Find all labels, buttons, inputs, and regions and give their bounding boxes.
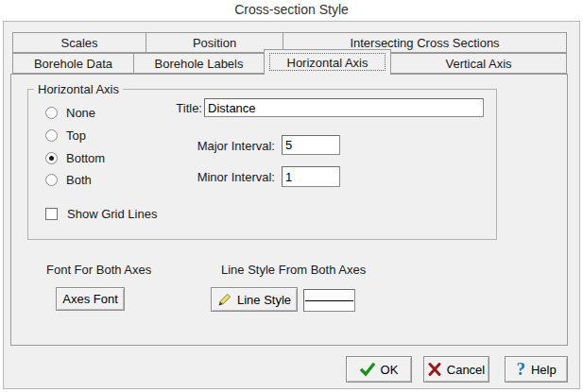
window-title: Cross-section Style <box>0 2 583 17</box>
help-button-label: Help <box>531 363 557 377</box>
axes-font-button-label: Axes Font <box>62 292 118 306</box>
groupbox-title: Horizontal Axis <box>34 82 123 96</box>
cancel-button[interactable]: Cancel <box>423 356 489 383</box>
dialog-cross-section-style: Scales Position Intersecting Cross Secti… <box>3 21 580 389</box>
ok-button[interactable]: OK <box>346 356 412 383</box>
show-grid-lines-checkbox[interactable]: Show Grid Lines <box>45 207 157 221</box>
cancel-button-label: Cancel <box>447 363 485 377</box>
major-interval-input[interactable] <box>282 135 340 155</box>
minor-interval-input[interactable] <box>282 166 340 187</box>
x-icon <box>428 363 441 376</box>
tab-borehole-data[interactable]: Borehole Data <box>12 53 134 74</box>
axes-font-button[interactable]: Axes Font <box>56 287 125 311</box>
radio-circle-bottom-selected[interactable] <box>45 152 58 164</box>
tab-label: Borehole Labels <box>155 57 244 71</box>
tab-label: Vertical Axis <box>445 57 511 71</box>
checkbox-label: Show Grid Lines <box>67 207 157 221</box>
radio-circle-top[interactable] <box>45 129 58 142</box>
line-style-button[interactable]: Line Style <box>211 287 298 312</box>
checkbox-box[interactable] <box>45 208 58 220</box>
radio-both[interactable]: Both <box>45 173 92 187</box>
radio-bottom[interactable]: Bottom <box>45 151 105 165</box>
title-label: Title: <box>136 101 202 115</box>
radio-circle-none[interactable] <box>45 107 58 119</box>
title-input[interactable] <box>204 98 484 117</box>
radio-label: Both <box>66 173 92 187</box>
tab-label: Intersecting Cross Sections <box>350 36 499 50</box>
line-style-preview-line <box>305 300 353 301</box>
radio-top[interactable]: Top <box>45 128 86 143</box>
line-style-button-label: Line Style <box>237 293 291 307</box>
help-button[interactable]: ? Help <box>505 356 568 383</box>
tab-label: Borehole Data <box>34 57 112 71</box>
pencil-icon <box>217 293 231 307</box>
line-style-preview[interactable] <box>303 289 355 312</box>
major-interval-label: Major Interval: <box>180 139 275 153</box>
radio-label: Top <box>66 128 86 143</box>
tab-label: Position <box>193 36 236 50</box>
check-icon <box>360 363 375 377</box>
radio-label: None <box>66 106 95 120</box>
tab-label: Horizontal Axis <box>287 56 369 70</box>
line-style-section-label: Line Style From Both Axes <box>221 263 366 277</box>
font-section-label: Font For Both Axes <box>46 263 151 277</box>
tab-label: Scales <box>60 36 97 50</box>
tab-scales[interactable]: Scales <box>12 32 146 53</box>
radio-label: Bottom <box>66 151 105 165</box>
question-mark-icon: ? <box>516 360 525 378</box>
tab-vertical-axis[interactable]: Vertical Axis <box>390 53 567 74</box>
minor-interval-label: Minor Interval: <box>180 170 275 184</box>
ok-button-label: OK <box>381 363 399 377</box>
tab-horizontal-axis[interactable]: Horizontal Axis <box>264 49 391 75</box>
radio-circle-both[interactable] <box>45 174 58 186</box>
tab-borehole-labels[interactable]: Borehole Labels <box>133 53 265 74</box>
radio-none[interactable]: None <box>45 106 95 120</box>
